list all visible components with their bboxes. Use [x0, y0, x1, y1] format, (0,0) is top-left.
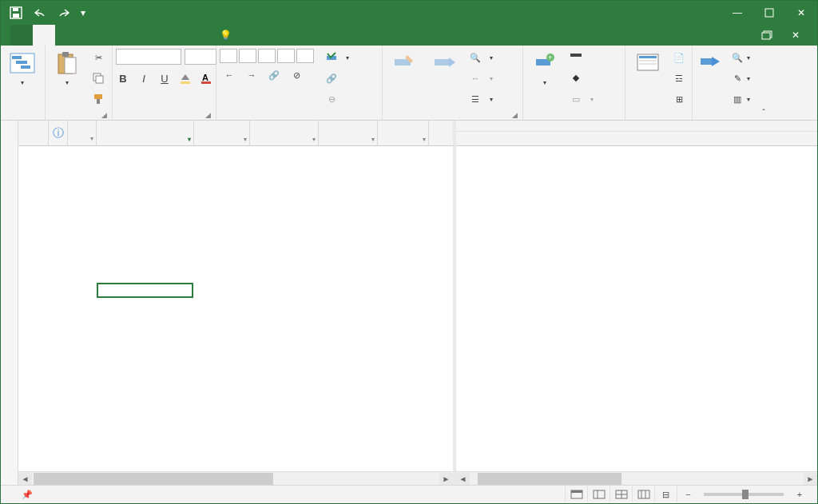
- tab-project[interactable]: [100, 25, 122, 46]
- grid-hscroll[interactable]: ◄ ►: [18, 471, 453, 485]
- inactivate-icon: ⊖: [325, 93, 338, 105]
- undo-icon[interactable]: [30, 3, 50, 22]
- zoom-presets[interactable]: ⊟: [654, 486, 677, 502]
- font-color-button[interactable]: A: [199, 71, 213, 85]
- outdent-button[interactable]: ←: [220, 66, 239, 84]
- manually-schedule-button[interactable]: [386, 49, 423, 79]
- clear-button[interactable]: ✎▾: [728, 69, 753, 87]
- svg-rect-17: [181, 81, 190, 84]
- pct-75-button[interactable]: [277, 49, 295, 63]
- underline-button[interactable]: U: [157, 71, 172, 85]
- col-taskname[interactable]: ▾: [97, 121, 194, 145]
- bold-button[interactable]: B: [116, 71, 130, 85]
- cut-button[interactable]: ✂: [89, 49, 108, 66]
- tab-resource[interactable]: [55, 25, 77, 46]
- redo-icon[interactable]: [54, 3, 74, 22]
- gantt-body[interactable]: [456, 146, 817, 471]
- details-button[interactable]: ☲: [669, 69, 689, 87]
- italic-button[interactable]: I: [137, 71, 151, 85]
- dialog-launcher-icon[interactable]: ◢: [205, 111, 211, 119]
- minimize-icon[interactable]: —: [721, 1, 753, 25]
- scroll-left-icon[interactable]: ◄: [18, 473, 32, 485]
- milestone-button[interactable]: [566, 69, 597, 87]
- maximize-icon[interactable]: [753, 1, 785, 25]
- collapse-ribbon-icon[interactable]: ˆ: [756, 46, 771, 120]
- cut-icon: ✂: [92, 51, 105, 64]
- scroll-left-icon[interactable]: ◄: [456, 473, 470, 485]
- dialog-launcher-icon[interactable]: ◢: [512, 111, 518, 119]
- information-icon: [635, 50, 661, 76]
- tab-team[interactable]: [145, 25, 167, 46]
- link-button[interactable]: 🔗: [264, 66, 284, 84]
- font-size-input[interactable]: [185, 49, 216, 65]
- qat-customize-icon[interactable]: ▾: [77, 3, 89, 22]
- view-shortcut-2[interactable]: [587, 486, 610, 502]
- col-info[interactable]: ⓘ: [49, 121, 68, 145]
- tab-task[interactable]: [33, 25, 55, 46]
- close-icon[interactable]: ✕: [785, 1, 817, 25]
- milestone-icon: [570, 72, 582, 85]
- main-area: ⓘ ▾ ▾ ▾ ▾ ▾ ▾ ◄ ► ◄ ►: [1, 121, 817, 485]
- summary-button[interactable]: [566, 49, 597, 66]
- task-insert-icon: +: [532, 50, 558, 76]
- pct-50-button[interactable]: [258, 49, 276, 63]
- task-insert-button[interactable]: + ▾: [526, 49, 563, 88]
- scroll-right-icon[interactable]: ►: [804, 473, 817, 485]
- tab-view[interactable]: [122, 25, 145, 46]
- user-name[interactable]: [726, 25, 745, 46]
- deliverable-button[interactable]: ▭▾: [566, 90, 597, 108]
- title-bar: ▾ — ✕: [1, 1, 817, 25]
- gantt-hscroll[interactable]: ◄ ►: [456, 471, 817, 485]
- close-doc-icon[interactable]: ✕: [784, 30, 808, 41]
- view-shortcut-3[interactable]: [610, 486, 632, 502]
- format-painter-button[interactable]: [89, 90, 108, 108]
- information-button[interactable]: [629, 49, 666, 79]
- pct-0-button[interactable]: [220, 49, 237, 63]
- col-taskmode[interactable]: ▾: [68, 121, 97, 145]
- view-shortcut-1[interactable]: [565, 486, 587, 502]
- mark-on-track-button[interactable]: ▾: [322, 49, 352, 66]
- paste-button[interactable]: ▾: [49, 49, 85, 88]
- scroll-to-task-button[interactable]: [696, 49, 725, 79]
- svg-rect-1: [13, 14, 19, 18]
- auto-schedule-button[interactable]: [426, 49, 463, 79]
- col-duration[interactable]: ▾: [194, 121, 250, 145]
- unlink-button[interactable]: ⊘: [287, 66, 306, 84]
- status-bar: 📌 ⊟ − +: [1, 485, 817, 503]
- col-rownum[interactable]: [18, 121, 49, 145]
- add-to-timeline-icon: ⊞: [673, 93, 685, 105]
- fill-button[interactable]: ▥▾: [728, 90, 753, 108]
- zoom-in[interactable]: +: [788, 486, 811, 502]
- tab-report[interactable]: [77, 25, 100, 46]
- col-finish[interactable]: ▾: [319, 121, 378, 145]
- pin-icon: 📌: [22, 490, 33, 500]
- view-shortcut-4[interactable]: [632, 486, 654, 502]
- save-icon[interactable]: [6, 3, 26, 22]
- col-start[interactable]: ▾: [250, 121, 319, 145]
- inspect-button[interactable]: 🔍▾: [466, 49, 496, 66]
- tab-format[interactable]: [181, 25, 204, 46]
- zoom-slider[interactable]: [704, 493, 784, 496]
- svg-rect-27: [570, 54, 582, 57]
- pct-25-button[interactable]: [239, 49, 256, 63]
- scroll-right-icon[interactable]: ►: [439, 473, 453, 485]
- font-name-input[interactable]: [116, 49, 181, 65]
- gantt-chart-button[interactable]: ▾: [4, 49, 41, 88]
- notes-button[interactable]: 📄: [669, 49, 689, 66]
- tab-file[interactable]: [10, 25, 33, 46]
- add-to-timeline-button[interactable]: ⊞: [669, 90, 689, 108]
- dialog-launcher-icon[interactable]: ◢: [101, 111, 107, 119]
- col-predecessors[interactable]: ▾: [378, 121, 429, 145]
- tell-me[interactable]: 💡: [204, 25, 726, 46]
- indent-button[interactable]: →: [242, 66, 261, 84]
- fill-color-button[interactable]: [178, 71, 193, 85]
- mode-button[interactable]: ☰▾: [466, 90, 496, 108]
- find-button[interactable]: 🔍▾: [728, 49, 753, 66]
- copy-button[interactable]: [89, 69, 108, 87]
- respect-links-button[interactable]: 🔗: [322, 69, 352, 87]
- zoom-out[interactable]: −: [677, 486, 699, 502]
- move-button[interactable]: ↔▾: [466, 69, 496, 87]
- inactivate-button[interactable]: ⊖: [322, 90, 352, 108]
- pct-100-button[interactable]: [296, 49, 314, 63]
- restore-window-icon[interactable]: [755, 30, 779, 40]
